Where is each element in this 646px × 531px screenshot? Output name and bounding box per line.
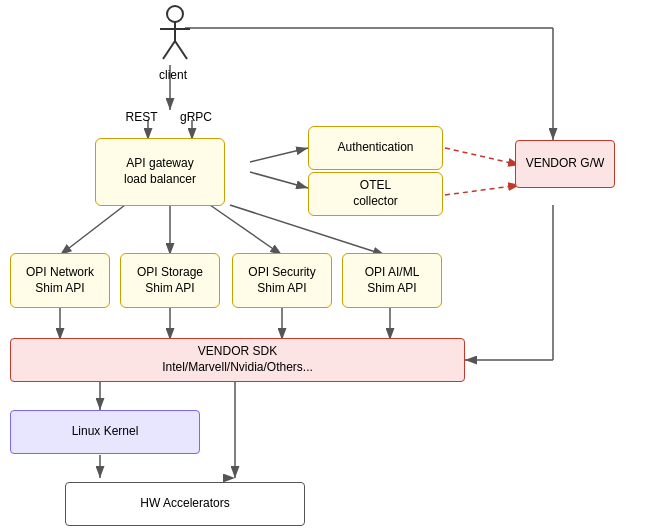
otel-collector-node: OTEL collector bbox=[308, 172, 443, 216]
opi-network-node: OPI Network Shim API bbox=[10, 253, 110, 308]
svg-line-8 bbox=[445, 185, 520, 195]
svg-line-5 bbox=[250, 148, 308, 162]
api-gateway-node: API gateway load balancer bbox=[95, 138, 225, 206]
grpc-label: gRPC bbox=[177, 110, 215, 126]
svg-line-13 bbox=[210, 205, 282, 255]
vendor-sdk-node: VENDOR SDK Intel/Marvell/Nvidia/Others..… bbox=[10, 338, 465, 382]
client-label: client bbox=[148, 68, 198, 84]
client-icon bbox=[155, 5, 195, 61]
architecture-diagram: client REST gRPC API gateway load balanc… bbox=[0, 0, 646, 531]
linux-kernel-node: Linux Kernel bbox=[10, 410, 200, 454]
svg-line-27 bbox=[163, 41, 175, 59]
opi-aiml-node: OPI AI/ML Shim API bbox=[342, 253, 442, 308]
svg-line-6 bbox=[250, 172, 308, 188]
opi-security-node: OPI Security Shim API bbox=[232, 253, 332, 308]
opi-storage-node: OPI Storage Shim API bbox=[120, 253, 220, 308]
authentication-node: Authentication bbox=[308, 126, 443, 170]
rest-label: REST bbox=[124, 110, 159, 126]
svg-line-11 bbox=[60, 205, 125, 255]
vendor-gw-node: VENDOR G/W bbox=[515, 140, 615, 188]
svg-line-28 bbox=[175, 41, 187, 59]
svg-line-7 bbox=[445, 148, 520, 165]
hw-accelerators-node: HW Accelerators bbox=[65, 482, 305, 526]
